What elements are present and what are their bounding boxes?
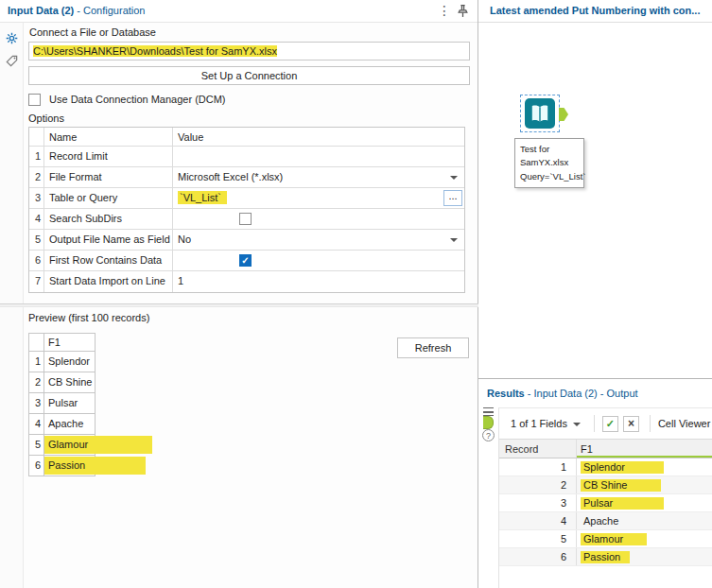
preview-row: 5 Glamour [29, 435, 96, 456]
row-number: 2 [29, 372, 44, 393]
annotation-line: SamYX.xlsx [520, 156, 579, 169]
results-toolbar: 1 of 1 Fields ✓ × Cell Viewer [499, 407, 712, 440]
preview-row: 3 Pulsar [29, 393, 96, 414]
option-row-search-subdirs: 4 Search SubDirs [29, 209, 464, 230]
setup-connection-button[interactable]: Set Up a Connection [28, 66, 470, 85]
row-number: 5 [29, 230, 44, 250]
browse-button[interactable]: ... [443, 190, 462, 206]
table-or-query-value[interactable]: `VL_List`... [173, 188, 464, 208]
file-path-input[interactable]: C:\Users\SHANKER\Downloads\Test for SamY… [28, 42, 470, 61]
results-label: Results [487, 388, 525, 399]
chevron-down-icon [450, 176, 458, 180]
preview-cell[interactable]: CB Shine [44, 372, 96, 393]
option-row-file-format: 2 File Format Microsoft Excel (*.xlsx) [29, 167, 464, 188]
search-subdirs-checkbox[interactable] [239, 213, 252, 225]
input-data-tool[interactable] [520, 95, 560, 132]
output-anchor-icon[interactable] [483, 416, 494, 429]
row-number: 5 [29, 435, 44, 456]
row-number: 3 [29, 188, 44, 208]
cell-viewer-button[interactable]: Cell Viewer [658, 418, 710, 429]
record-number: 1 [499, 458, 577, 476]
pin-icon[interactable] [456, 4, 471, 19]
record-number: 3 [499, 494, 577, 511]
preview-column-header: F1 [44, 334, 96, 352]
results-suffix: - Input Data (2) - Output [525, 388, 638, 399]
output-filename-dropdown[interactable]: No [173, 230, 464, 250]
first-row-data-checkbox[interactable]: ✓ [239, 254, 252, 267]
option-name: Table or Query [44, 188, 173, 208]
results-row: 1 Splendor [499, 458, 712, 476]
result-cell[interactable]: Apache [577, 512, 712, 529]
configuration-suffix: - Configuration [74, 5, 145, 16]
chevron-down-icon [573, 423, 581, 426]
chevron-down-icon [450, 238, 458, 242]
results-side-strip: ? [478, 407, 499, 588]
horizontal-splitter[interactable] [0, 303, 478, 307]
f1-column-header[interactable]: F1 [577, 440, 712, 458]
tool-annotation: Test for SamYX.xlsx Query=`VL_List` [514, 138, 584, 188]
option-name: Output File Name as Field [44, 230, 173, 250]
help-icon[interactable]: ? [482, 429, 495, 441]
connect-label: Connect a File or Database [29, 26, 156, 38]
row-number: 6 [29, 251, 44, 270]
annotation-line: Query=`VL_List` [520, 170, 579, 183]
preview-cell[interactable]: Splendor [44, 352, 96, 372]
results-title: Results - Input Data (2) - Output [487, 388, 638, 399]
result-cell[interactable]: Glamour [577, 530, 712, 547]
options-header-row: Name Value [29, 128, 464, 147]
preview-corner-cell [29, 334, 44, 352]
result-cell[interactable]: Splendor [577, 458, 712, 476]
output-anchor-icon[interactable] [559, 108, 568, 121]
dcm-label: Use Data Connection Manager (DCM) [49, 94, 225, 105]
preview-cell[interactable]: Passion [44, 456, 96, 476]
preview-cell[interactable]: Pulsar [44, 393, 96, 414]
table-query-text: `VL_List` [178, 191, 227, 204]
preview-label: Preview (first 100 records) [28, 312, 149, 323]
row-number: 3 [29, 393, 44, 414]
metadata-list-icon[interactable] [483, 407, 494, 416]
options-corner-cell [29, 128, 44, 146]
file-path-value: C:\Users\SHANKER\Downloads\Test for SamY… [33, 45, 277, 57]
preview-row: 2 CB Shine [29, 372, 96, 393]
option-name: First Row Contains Data [44, 251, 173, 270]
row-number: 6 [29, 456, 44, 476]
file-format-dropdown[interactable]: Microsoft Excel (*.xlsx) [173, 167, 464, 187]
fields-dropdown[interactable]: 1 of 1 Fields [511, 418, 581, 429]
options-label: Options [28, 112, 64, 124]
refresh-button[interactable]: Refresh [397, 337, 469, 358]
results-row: 5 Glamour [499, 530, 712, 548]
workflow-canvas-panel[interactable]: Latest amended Put Numbering with con...… [478, 0, 712, 378]
results-row: 6 Passion [499, 548, 712, 566]
result-cell[interactable]: Passion [577, 548, 712, 565]
options-name-header: Name [44, 128, 173, 146]
results-panel: Results - Input Data (2) - Output ? 1 of… [478, 378, 712, 588]
search-subdirs-cell [173, 209, 464, 229]
result-cell[interactable]: CB Shine [577, 476, 712, 493]
select-all-fields-icon[interactable]: ✓ [602, 416, 618, 432]
results-row: 3 Pulsar [499, 494, 712, 512]
option-row-start-import-line: 7 Start Data Import on Line 1 [29, 271, 464, 292]
dcm-checkbox[interactable] [28, 94, 41, 106]
record-column-header[interactable]: Record [499, 440, 577, 458]
configuration-gear-icon[interactable] [5, 31, 19, 45]
panel-menu-icon[interactable]: ⋮ [438, 3, 451, 18]
preview-cell[interactable]: Glamour [44, 435, 96, 456]
preview-cell[interactable]: Apache [44, 414, 96, 435]
preview-header-row: F1 [29, 334, 96, 352]
record-number: 5 [499, 530, 577, 547]
record-limit-value[interactable] [173, 147, 464, 166]
row-number: 2 [29, 167, 44, 187]
row-number: 1 [29, 352, 44, 372]
option-row-table-or-query: 3 Table or Query `VL_List`... [29, 188, 464, 209]
workflow-tab-title[interactable]: Latest amended Put Numbering with con... [490, 5, 710, 16]
annotation-line: Test for [520, 143, 579, 156]
start-import-line-value[interactable]: 1 [173, 271, 464, 292]
preview-table: F1 1 Splendor 2 CB Shine 3 Pulsar 4 Apac… [28, 333, 96, 476]
preview-row: 4 Apache [29, 414, 96, 435]
first-row-data-cell: ✓ [173, 251, 464, 270]
result-cell[interactable]: Pulsar [577, 494, 712, 511]
deselect-all-fields-icon[interactable]: × [623, 416, 639, 432]
annotation-tag-icon[interactable] [5, 54, 19, 68]
alteryx-window: Input Data (2) - Configuration ⋮ Connect… [0, 0, 712, 588]
row-number: 4 [29, 414, 44, 435]
